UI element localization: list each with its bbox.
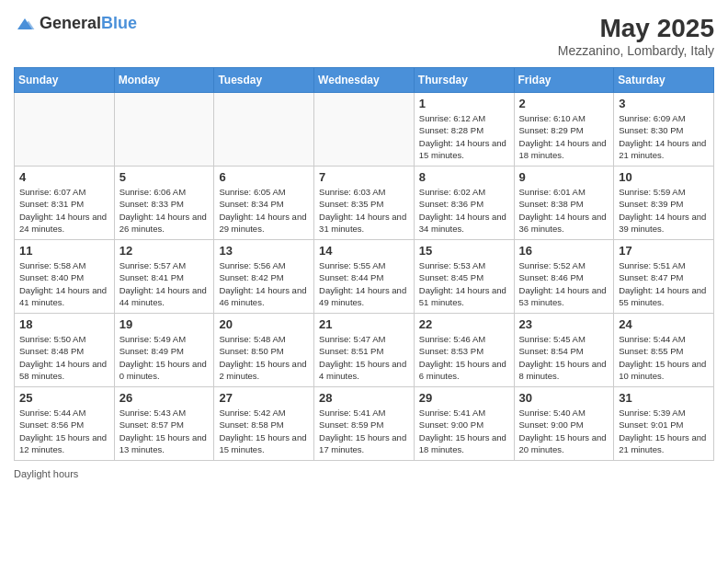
day-number: 10 [619,170,709,184]
calendar-cell: 4Sunrise: 6:07 AM Sunset: 8:31 PM Daylig… [15,167,115,240]
day-info: Sunrise: 5:39 AM Sunset: 9:01 PM Dayligh… [619,407,709,455]
calendar-cell: 3Sunrise: 6:09 AM Sunset: 8:30 PM Daylig… [614,93,714,167]
day-number: 20 [219,317,309,331]
day-info: Sunrise: 5:57 AM Sunset: 8:41 PM Dayligh… [119,259,210,308]
day-info: Sunrise: 5:45 AM Sunset: 8:54 PM Dayligh… [519,333,609,382]
day-number: 26 [119,391,210,405]
week-row-1: 1Sunrise: 6:12 AM Sunset: 8:28 PM Daylig… [15,93,714,167]
day-number: 1 [419,97,509,110]
col-header-saturday: Saturday [614,68,714,93]
day-number: 15 [419,244,509,258]
day-number: 28 [319,391,409,405]
day-info: Sunrise: 5:49 AM Sunset: 8:49 PM Dayligh… [119,333,210,382]
day-number: 31 [619,391,709,405]
col-header-monday: Monday [114,68,214,93]
calendar-cell: 21Sunrise: 5:47 AM Sunset: 8:51 PM Dayli… [314,314,415,387]
day-info: Sunrise: 5:55 AM Sunset: 8:44 PM Dayligh… [319,259,409,308]
footer: Daylight hours [14,468,714,479]
calendar-cell: 15Sunrise: 5:53 AM Sunset: 8:45 PM Dayli… [414,240,514,314]
col-header-thursday: Thursday [414,68,514,93]
month-year-title: May 2025 [558,14,714,43]
day-info: Sunrise: 5:47 AM Sunset: 8:51 PM Dayligh… [319,333,409,382]
week-row-2: 4Sunrise: 6:07 AM Sunset: 8:31 PM Daylig… [15,167,714,240]
day-info: Sunrise: 5:53 AM Sunset: 8:45 PM Dayligh… [419,259,509,308]
calendar-cell: 23Sunrise: 5:45 AM Sunset: 8:54 PM Dayli… [514,314,614,387]
day-info: Sunrise: 5:43 AM Sunset: 8:57 PM Dayligh… [119,407,210,455]
day-number: 29 [419,391,509,405]
calendar-cell: 20Sunrise: 5:48 AM Sunset: 8:50 PM Dayli… [214,314,314,387]
logo-blue: Blue [101,14,137,32]
calendar-table: SundayMondayTuesdayWednesdayThursdayFrid… [14,67,714,461]
calendar-cell [214,93,314,167]
logo-general: General [40,14,101,32]
day-number: 17 [619,244,709,258]
week-row-5: 25Sunrise: 5:44 AM Sunset: 8:56 PM Dayli… [15,387,714,461]
calendar-cell: 9Sunrise: 6:01 AM Sunset: 8:38 PM Daylig… [514,167,614,240]
day-info: Sunrise: 6:10 AM Sunset: 8:29 PM Dayligh… [519,112,609,161]
day-number: 24 [619,317,709,331]
day-number: 25 [19,391,109,405]
week-row-3: 11Sunrise: 5:58 AM Sunset: 8:40 PM Dayli… [15,240,714,314]
day-info: Sunrise: 5:48 AM Sunset: 8:50 PM Dayligh… [219,333,309,382]
calendar-cell: 5Sunrise: 6:06 AM Sunset: 8:33 PM Daylig… [114,167,214,240]
calendar-cell: 18Sunrise: 5:50 AM Sunset: 8:48 PM Dayli… [15,314,115,387]
day-number: 6 [219,170,309,184]
day-number: 8 [419,170,509,184]
calendar-cell: 28Sunrise: 5:41 AM Sunset: 8:59 PM Dayli… [314,387,415,461]
calendar-cell [314,93,415,167]
footer-label: Daylight hours [14,468,78,479]
day-info: Sunrise: 5:44 AM Sunset: 8:56 PM Dayligh… [19,407,109,455]
calendar-cell: 31Sunrise: 5:39 AM Sunset: 9:01 PM Dayli… [614,387,714,461]
day-number: 3 [619,97,709,110]
day-info: Sunrise: 6:12 AM Sunset: 8:28 PM Dayligh… [419,112,509,161]
day-info: Sunrise: 5:46 AM Sunset: 8:53 PM Dayligh… [419,333,509,382]
day-number: 11 [19,244,109,258]
calendar-cell: 10Sunrise: 5:59 AM Sunset: 8:39 PM Dayli… [614,167,714,240]
calendar-cell: 22Sunrise: 5:46 AM Sunset: 8:53 PM Dayli… [414,314,514,387]
logo: GeneralBlue [14,14,137,33]
day-number: 27 [219,391,309,405]
calendar-cell [114,93,214,167]
day-number: 21 [319,317,409,331]
day-info: Sunrise: 5:42 AM Sunset: 8:58 PM Dayligh… [219,407,309,455]
col-header-sunday: Sunday [15,68,115,93]
calendar-cell: 7Sunrise: 6:03 AM Sunset: 8:35 PM Daylig… [314,167,415,240]
day-number: 16 [519,244,609,258]
day-info: Sunrise: 6:07 AM Sunset: 8:31 PM Dayligh… [19,186,109,235]
calendar-cell: 2Sunrise: 6:10 AM Sunset: 8:29 PM Daylig… [514,93,614,167]
location-subtitle: Mezzanino, Lombardy, Italy [558,43,714,58]
calendar-cell: 14Sunrise: 5:55 AM Sunset: 8:44 PM Dayli… [314,240,415,314]
calendar-cell: 30Sunrise: 5:40 AM Sunset: 9:00 PM Dayli… [514,387,614,461]
day-info: Sunrise: 5:50 AM Sunset: 8:48 PM Dayligh… [19,333,109,382]
calendar-cell: 26Sunrise: 5:43 AM Sunset: 8:57 PM Dayli… [114,387,214,461]
calendar-cell: 25Sunrise: 5:44 AM Sunset: 8:56 PM Dayli… [15,387,115,461]
calendar-cell: 13Sunrise: 5:56 AM Sunset: 8:42 PM Dayli… [214,240,314,314]
col-header-friday: Friday [514,68,614,93]
day-info: Sunrise: 5:41 AM Sunset: 8:59 PM Dayligh… [319,407,409,455]
col-header-wednesday: Wednesday [314,68,415,93]
day-info: Sunrise: 6:03 AM Sunset: 8:35 PM Dayligh… [319,186,409,235]
calendar-cell: 11Sunrise: 5:58 AM Sunset: 8:40 PM Dayli… [15,240,115,314]
day-number: 2 [519,97,609,110]
day-headers-row: SundayMondayTuesdayWednesdayThursdayFrid… [15,68,714,93]
day-info: Sunrise: 5:52 AM Sunset: 8:46 PM Dayligh… [519,259,609,308]
calendar-cell: 8Sunrise: 6:02 AM Sunset: 8:36 PM Daylig… [414,167,514,240]
calendar-cell: 17Sunrise: 5:51 AM Sunset: 8:47 PM Dayli… [614,240,714,314]
col-header-tuesday: Tuesday [214,68,314,93]
calendar-cell: 24Sunrise: 5:44 AM Sunset: 8:55 PM Dayli… [614,314,714,387]
calendar-cell: 1Sunrise: 6:12 AM Sunset: 8:28 PM Daylig… [414,93,514,167]
calendar-cell: 12Sunrise: 5:57 AM Sunset: 8:41 PM Dayli… [114,240,214,314]
day-number: 22 [419,317,509,331]
day-info: Sunrise: 6:06 AM Sunset: 8:33 PM Dayligh… [119,186,210,235]
page-header: GeneralBlue May 2025 Mezzanino, Lombardy… [14,14,714,58]
calendar-cell: 6Sunrise: 6:05 AM Sunset: 8:34 PM Daylig… [214,167,314,240]
day-info: Sunrise: 6:09 AM Sunset: 8:30 PM Dayligh… [619,112,709,161]
title-block: May 2025 Mezzanino, Lombardy, Italy [558,14,714,58]
calendar-cell: 27Sunrise: 5:42 AM Sunset: 8:58 PM Dayli… [214,387,314,461]
day-number: 18 [19,317,109,331]
calendar-cell: 29Sunrise: 5:41 AM Sunset: 9:00 PM Dayli… [414,387,514,461]
day-number: 12 [119,244,210,258]
calendar-cell: 19Sunrise: 5:49 AM Sunset: 8:49 PM Dayli… [114,314,214,387]
day-number: 23 [519,317,609,331]
day-info: Sunrise: 6:05 AM Sunset: 8:34 PM Dayligh… [219,186,309,235]
